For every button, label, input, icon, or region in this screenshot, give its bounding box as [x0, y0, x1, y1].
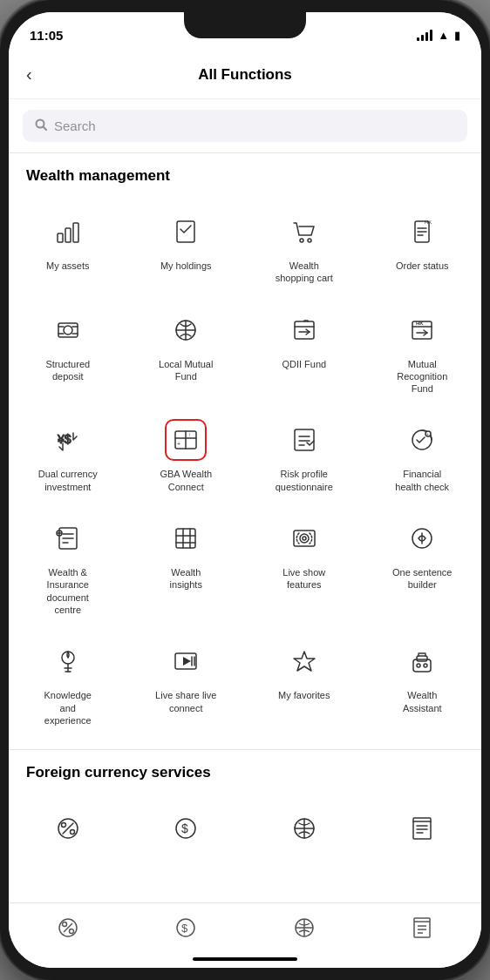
my-favorites-icon [283, 640, 325, 682]
item-my-favorites[interactable]: My favorites [245, 628, 364, 739]
item-my-holdings[interactable]: My holdings [127, 199, 246, 297]
item-mutual-recognition-fund[interactable]: HK Mutual Recognition Fund [364, 297, 482, 408]
financial-health-label: Financial health check [391, 468, 453, 493]
fx-percent-icon [47, 808, 89, 849]
item-live-share[interactable]: Live share live connect [127, 628, 246, 739]
svg-text:+: + [177, 441, 180, 447]
svg-rect-49 [176, 529, 195, 548]
item-knowledge[interactable]: Knowledge and experience [9, 628, 127, 739]
phone-frame: 11:05 ▲ ▮ ‹ All Functions [0, 0, 490, 980]
svg-rect-69 [417, 656, 427, 661]
gba-wealth-connect-label: GBA Wealth Connect [154, 468, 217, 493]
item-fx-book[interactable] [364, 795, 482, 868]
item-risk-profile[interactable]: Risk profile questionnaire [245, 407, 364, 505]
svg-marker-64 [183, 657, 191, 666]
item-fx-globe[interactable] [245, 795, 364, 868]
fx-globe-icon [283, 808, 325, 849]
bottom-nav: $ [9, 902, 481, 957]
svg-rect-54 [294, 531, 315, 546]
dual-currency-icon: ¥$ [47, 419, 89, 461]
wealth-insights-icon [165, 517, 207, 559]
home-indicator [9, 957, 481, 968]
item-gba-wealth-connect[interactable]: +↑ GBA Wealth Connect [127, 407, 246, 505]
item-live-show[interactable]: Live show features [245, 505, 364, 628]
risk-profile-label: Risk profile questionnaire [273, 468, 336, 493]
my-holdings-label: My holdings [160, 260, 212, 272]
my-holdings-icon [165, 211, 207, 253]
svg-rect-2 [58, 233, 63, 242]
svg-rect-35 [295, 429, 314, 450]
item-qdii-fund[interactable]: QDII Fund [245, 297, 364, 408]
signal-icon [417, 30, 432, 41]
financial-health-icon: + [401, 419, 443, 461]
wifi-icon: ▲ [438, 29, 449, 42]
status-time: 11:05 [30, 28, 63, 43]
wealth-cart-icon [283, 211, 325, 253]
live-show-label: Live show features [273, 566, 336, 591]
svg-text:HK: HK [425, 220, 432, 225]
risk-profile-icon [283, 419, 325, 461]
nav-item-book[interactable] [399, 912, 445, 943]
fx-book-icon [401, 808, 443, 849]
item-wealth-insurance-doc[interactable]: Wealth & Insurance document centre [9, 505, 127, 628]
item-wealth-insights[interactable]: Wealth insights [127, 505, 246, 628]
svg-point-6 [300, 239, 303, 242]
nav-percent-icon [56, 916, 80, 940]
item-order-status[interactable]: HK Order status [364, 199, 482, 297]
my-favorites-label: My favorites [278, 689, 330, 701]
svg-text:+: + [426, 431, 429, 436]
svg-point-14 [64, 326, 72, 335]
structured-deposit-label: Structured deposit [37, 358, 99, 383]
gba-wealth-connect-icon: +↑ [165, 419, 207, 461]
nav-dollar-icon: $ [174, 916, 198, 940]
section-foreign-currency: Foreign currency services $ [9, 750, 481, 879]
one-sentence-icon [401, 517, 443, 559]
nav-item-dollar[interactable]: $ [163, 912, 208, 943]
svg-point-90 [69, 929, 73, 934]
item-dual-currency[interactable]: ¥$ Dual currency investment [9, 407, 127, 505]
svg-point-89 [62, 923, 66, 927]
wealth-icon-grid: My assets My holdings Weal [9, 195, 481, 742]
section-title-foreign: Foreign currency services [9, 764, 481, 792]
my-assets-icon [47, 211, 89, 253]
wealth-insurance-doc-label: Wealth & Insurance document centre [37, 566, 99, 616]
item-wealth-assistant[interactable]: Wealth Assistant [364, 628, 482, 739]
wealth-insurance-doc-icon [47, 517, 89, 559]
qdii-fund-label: QDII Fund [282, 358, 326, 370]
svg-point-56 [303, 537, 306, 540]
wealth-assistant-label: Wealth Assistant [391, 689, 453, 714]
svg-point-76 [61, 823, 65, 828]
nav-item-percent[interactable] [45, 912, 91, 943]
status-icons: ▲ ▮ [417, 29, 460, 42]
search-icon [35, 118, 47, 133]
mutual-recognition-label: Mutual Recognition Fund [391, 358, 453, 395]
item-local-mutual-fund[interactable]: Local Mutual Fund [127, 297, 246, 408]
item-financial-health[interactable]: + Financial health check [364, 407, 482, 505]
fx-dollar-icon: $ [165, 808, 207, 849]
svg-point-7 [308, 239, 311, 242]
page-title: All Functions [198, 66, 292, 84]
knowledge-icon [47, 640, 89, 682]
nav-item-globe[interactable] [282, 912, 327, 943]
item-fx-percent[interactable] [9, 795, 127, 868]
back-button[interactable]: ‹ [26, 61, 39, 88]
structured-deposit-icon [47, 309, 89, 351]
my-assets-label: My assets [46, 260, 90, 272]
battery-icon: ▮ [454, 29, 460, 42]
item-one-sentence[interactable]: One sentence builder [364, 505, 482, 628]
svg-rect-22 [295, 321, 314, 339]
section-title-wealth: Wealth management [9, 167, 481, 195]
local-mutual-fund-label: Local Mutual Fund [154, 358, 217, 383]
item-structured-deposit[interactable]: Structured deposit [9, 297, 127, 408]
svg-text:HK: HK [416, 321, 424, 326]
svg-text:$: $ [181, 821, 188, 835]
header: ‹ All Functions [9, 51, 481, 99]
item-fx-dollar[interactable]: $ [127, 795, 246, 868]
svg-point-70 [417, 664, 420, 667]
foreign-currency-grid: $ [9, 792, 481, 872]
item-my-assets[interactable]: My assets [9, 199, 127, 297]
phone-screen: 11:05 ▲ ▮ ‹ All Functions [9, 12, 481, 968]
svg-rect-4 [73, 223, 78, 242]
item-wealth-shopping-cart[interactable]: Wealth shopping cart [245, 199, 364, 297]
search-bar[interactable]: Search [23, 110, 467, 142]
